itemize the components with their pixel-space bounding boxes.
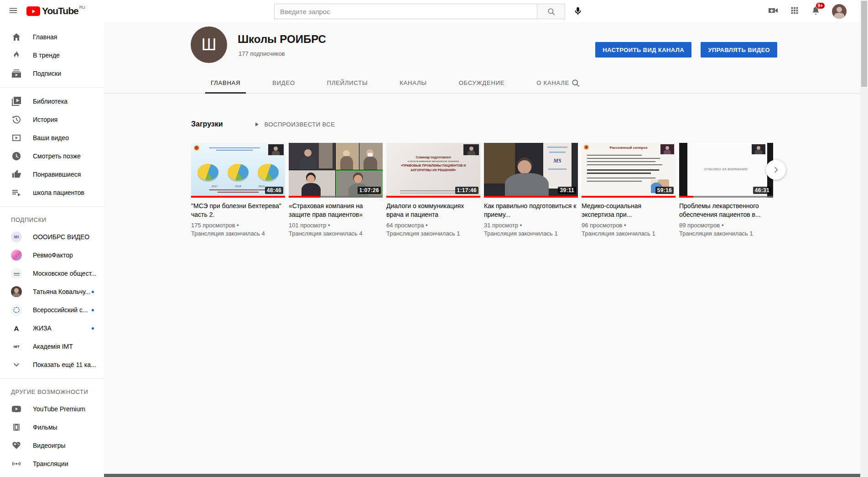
subscription-channel[interactable]: РевмоФактор [0, 246, 104, 264]
channel-search-icon[interactable] [571, 79, 580, 89]
sidebar-item-home[interactable]: Главная [0, 28, 104, 46]
sidebar-item-trending[interactable]: В тренде [0, 46, 104, 64]
history-icon [11, 114, 22, 125]
video-card[interactable]: Рассеянный склероз 59:16 Медико-социальн… [582, 143, 676, 238]
slide-decor [587, 158, 660, 159]
slide-decor [587, 178, 655, 178]
video-thumbnail-pie-charts-slide[interactable]: 201720182019 48:46 [191, 143, 285, 198]
sidebar-item-label: Видеоигры [33, 442, 66, 449]
slide-decor [587, 161, 655, 162]
watch-progress-bar [484, 196, 578, 198]
sidebar-item-watch-later[interactable]: Смотреть позже [0, 147, 104, 165]
video-title[interactable]: «Страховая компания на защите прав пацие… [289, 202, 383, 219]
home-icon [11, 31, 22, 42]
video-meta: 64 просмотра • Трансляция закончилась 1 [386, 221, 480, 238]
video-thumbnail-conference-grid[interactable]: 1:07:26 [289, 143, 383, 198]
video-card[interactable]: 1:07:26 «Страховая компания на защите пр… [289, 143, 383, 238]
sidebar-item-liked[interactable]: Понравившиеся [0, 165, 104, 183]
tab-about[interactable]: О КАНАЛЕ [531, 73, 575, 94]
scrollbar-thumb[interactable] [861, 1, 867, 87]
live-icon [11, 458, 22, 469]
sidebar-item-your-videos[interactable]: Ваши видео [0, 129, 104, 147]
subscription-channel[interactable]: iMTАкадемія IMT [0, 337, 104, 356]
video-card[interactable]: 201720182019 48:46 "МСЭ при болезни Бехт… [191, 143, 285, 238]
mic-button[interactable] [573, 6, 583, 17]
slide-decor [216, 150, 253, 151]
tab-playlists[interactable]: ПЛЕЙЛИСТЫ [322, 73, 373, 94]
youtube-logo[interactable]: YouTube RU [26, 5, 85, 16]
playlist-icon [11, 187, 22, 198]
video-views: 101 просмотр • [289, 221, 383, 230]
video-title[interactable]: Проблемы лекарственного обеспечения паци… [679, 202, 773, 219]
tab-home[interactable]: ГЛАВНАЯ [205, 73, 246, 94]
search-bar [274, 4, 565, 19]
channel-avatar: iMT [11, 341, 22, 352]
video-thumbnail-seminar-slide[interactable]: Семинар подготовлен с использованием мат… [386, 143, 480, 198]
video-card[interactable]: Семинар подготовлен с использованием мат… [386, 143, 480, 238]
sidebar-item-history[interactable]: История [0, 110, 104, 129]
watch-later-icon [11, 151, 22, 162]
video-card[interactable]: MS 39:11 Как правильно подготовиться к п… [484, 143, 578, 238]
sidebar-guide: Главная В тренде Подписки Библиотека Ист… [0, 22, 104, 477]
play-icon [253, 121, 260, 128]
video-title[interactable]: Как правильно подготовиться к приему... [484, 202, 578, 219]
tab-videos[interactable]: ВИДЕО [267, 73, 301, 94]
watch-progress-bar [289, 196, 383, 198]
your-videos-icon [11, 132, 22, 143]
channel-avatar-large[interactable]: Ш [191, 26, 227, 63]
sidebar-item-premium[interactable]: YouTube Premium [0, 400, 104, 418]
show-more-channels[interactable]: Показать ещё 11 ка... [0, 356, 104, 374]
sidebar-item-gaming[interactable]: Видеоигры [0, 436, 104, 455]
divider [0, 87, 104, 88]
sidebar-item-label: Смотреть позже [33, 152, 81, 160]
subscription-channel[interactable]: Всероссийский с... [0, 301, 104, 319]
chevron-down-icon [11, 359, 22, 370]
webcam-overlay [660, 144, 674, 154]
apps-grid-button[interactable] [790, 5, 800, 17]
channel-name: РевмоФактор [33, 252, 73, 259]
channel-name: ОООИБРС ВИДЕО [33, 233, 89, 241]
video-thumbnail-presentation-slide[interactable]: Рассеянный склероз 59:16 [582, 143, 676, 198]
video-meta: 96 просмотров • Трансляция закончилась 1 [582, 221, 676, 238]
video-thumbnail-thanks-slide[interactable]: СПАСИБО ЗА ВНИМАНИЕ! 46:31 [679, 143, 773, 198]
search-button[interactable] [537, 4, 565, 19]
tab-channels[interactable]: КАНАЛЫ [394, 73, 432, 94]
sidebar-item-live[interactable]: Трансляции [0, 455, 104, 473]
search-input[interactable] [274, 4, 537, 19]
channel-name: Татьяна Ковальчу... [33, 288, 90, 295]
video-meta: 89 просмотров • Трансляция закончилась 1 [679, 221, 773, 238]
video-title[interactable]: "МСЭ при болезни Бехтерева" часть 2. [191, 202, 285, 219]
video-card[interactable]: СПАСИБО ЗА ВНИМАНИЕ! 46:31 Проблемы лека… [679, 143, 773, 238]
customize-channel-button[interactable]: НАСТРОИТЬ ВИД КАНАЛА [595, 42, 691, 58]
sidebar-item-subscriptions[interactable]: Подписки [0, 64, 104, 83]
page-scrollbar[interactable] [860, 0, 868, 477]
play-all-button[interactable]: ВОСПРОИЗВЕСТИ ВСЕ [253, 121, 335, 128]
new-content-dot [92, 291, 94, 293]
video-title[interactable]: Медико-социальная экспертиза при... [582, 202, 676, 219]
carousel-next-button[interactable] [766, 160, 786, 180]
bottom-bar [104, 474, 860, 477]
logo-region-label: RU [79, 5, 85, 10]
manage-videos-button[interactable]: УПРАВЛЯТЬ ВИДЕО [701, 42, 777, 58]
sidebar-item-playlist[interactable]: школа пациентов [0, 183, 104, 202]
channel-avatar [11, 286, 22, 297]
video-meta: 101 просмотр • Трансляция закончилась 4 [289, 221, 383, 238]
video-status: Трансляция закончилась 4 [191, 230, 285, 238]
participant-cell [336, 143, 359, 170]
video-title[interactable]: Диалоги о коммуникациях врача и пациента [386, 202, 480, 219]
sidebar-item-library[interactable]: Библиотека [0, 92, 104, 110]
subscription-channel[interactable]: Московское общест... [0, 264, 104, 283]
sidebar-item-movies[interactable]: Фильмы [0, 418, 104, 436]
uploads-title[interactable]: Загрузки [191, 120, 223, 128]
video-thumbnail-man-webcam[interactable]: MS 39:11 [484, 143, 578, 198]
account-avatar[interactable] [832, 4, 847, 19]
subscription-channel[interactable]: АЖИЗА [0, 319, 104, 337]
channel-avatar: МS [11, 231, 22, 242]
subscription-channel[interactable]: Татьяна Ковальчу... [0, 283, 104, 301]
create-video-button[interactable] [768, 5, 779, 17]
menu-button[interactable] [8, 5, 18, 17]
subscription-channel[interactable]: МSОООИБРС ВИДЕО [0, 228, 104, 246]
slide-text: СПАСИБО ЗА ВНИМАНИЕ! [687, 168, 765, 171]
show-more-label: Показать ещё 11 ка... [33, 361, 96, 368]
tab-discussion[interactable]: ОБСУЖДЕНИЕ [453, 73, 510, 94]
